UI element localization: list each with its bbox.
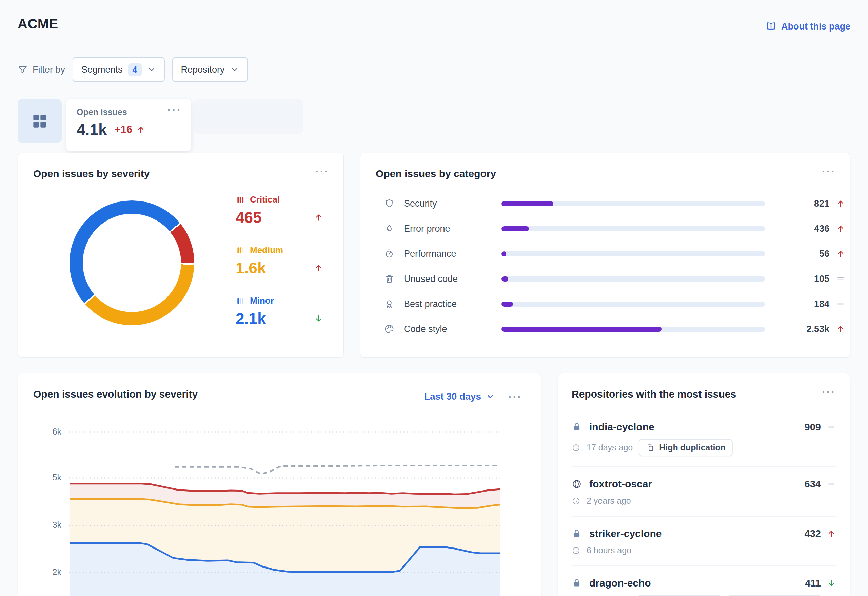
severity-value: 2.1k [236,309,266,328]
trend-up-icon [835,324,846,334]
y-axis-tick: 2k [53,567,62,577]
open-issues-by-category-card: Open issues by category ··· Security821E… [360,153,850,358]
more-menu-icon[interactable]: ··· [315,166,329,177]
trend-up-icon [136,124,146,135]
copy-icon [646,443,655,452]
severity-label-text: Minor [250,296,274,306]
severity-label-text: Critical [250,194,280,205]
category-bar-track [502,277,765,281]
repo-last-updated: 2 years ago [587,496,631,506]
repo-row[interactable]: striker-cyclone4326 hours ago [572,516,837,565]
repo-issue-count: 909 [805,421,821,433]
repository-filter-dropdown[interactable]: Repository [172,57,248,82]
repositories-most-issues-card: Repositories with the most issues ··· in… [558,373,850,596]
about-this-page-link[interactable]: About this page [766,21,850,32]
next-metric-card-peek [194,99,303,134]
severity-legend-item: Critical465 [236,194,324,230]
repo-name[interactable]: striker-cyclone [589,528,661,539]
metric-delta: +16 [115,123,146,136]
category-row: Unused code105 [360,266,850,291]
y-axis-tick: 6k [53,427,62,436]
trend-up-icon [826,528,837,539]
severity-value: 1.6k [236,259,266,277]
category-row: Performance56 [360,241,850,266]
threshold-dashed-line [175,466,500,474]
overview-grid-tile[interactable] [18,99,62,143]
repo-row[interactable]: foxtrot-oscar6342 years ago [572,466,837,516]
card-title: Open issues by category [376,168,496,179]
metric-value: 4.1k [77,120,107,139]
severity-legend-label: Medium [236,245,324,256]
lock-icon [572,528,582,539]
y-axis-tick: 5k [53,473,62,482]
category-bar-list: Security821Error prone436Performance56Un… [360,191,850,342]
category-value: 184 [778,299,830,309]
card-title: Repositories with the most issues [572,388,736,400]
segments-label: Segments [81,64,123,75]
chevron-down-icon [486,392,495,401]
more-menu-icon[interactable]: ··· [508,391,522,402]
about-this-page-label: About this page [781,21,850,32]
trend-up-icon [835,198,846,209]
severity-donut-chart [69,201,194,325]
card-title: Open issues evolution by severity [33,388,198,400]
clock-icon [572,546,580,555]
severity-legend-item: Medium1.6k [236,245,324,280]
grid-icon [30,112,49,131]
category-label: Error prone [404,223,502,234]
repo-last-updated: 17 days ago [587,443,633,453]
segments-filter-dropdown[interactable]: Segments 4 [72,57,164,82]
more-menu-icon[interactable]: ··· [822,166,836,177]
trend-flat-icon [826,422,837,432]
page-title: ACME [18,16,58,31]
medal-icon [384,299,395,309]
category-row: Security821 [360,191,850,216]
lock-icon [572,422,582,432]
repo-name[interactable]: dragon-echo [589,577,651,589]
trend-up-icon [835,223,846,234]
book-icon [766,21,776,32]
trend-flat-icon [835,274,846,284]
repo-name[interactable]: foxtrot-oscar [589,478,652,490]
repo-list: india-cyclone90917 days agoHigh duplicat… [572,410,837,596]
category-bar-track [502,251,765,256]
repo-issue-count: 411 [805,578,821,589]
clock-icon [572,443,580,452]
clock-icon [572,497,580,506]
severity-legend-label: Minor [236,296,324,306]
repo-name[interactable]: india-cyclone [589,421,654,433]
severity-legend: Critical465Medium1.6kMinor2.1k [236,194,324,346]
category-bar-track [502,201,765,206]
repo-issue-count: 634 [805,479,821,490]
filter-by-text: Filter by [32,64,65,75]
category-bar-fill [502,327,661,332]
repo-row[interactable]: dragon-echo4112 hours agoLow coverageHig… [572,565,837,596]
y-axis-tick: 3k [53,520,62,529]
category-bar-fill [502,201,554,206]
trend-up-icon [314,212,324,223]
date-range-dropdown[interactable]: Last 30 days [424,391,495,402]
category-label: Code style [404,324,502,334]
open-issues-by-severity-card: Open issues by severity ··· Critical465M… [18,153,344,358]
severity-minor-icon [236,296,245,305]
metric-label: Open issues [77,107,181,117]
trash-icon [384,274,395,284]
trend-down-icon [314,314,324,324]
more-menu-icon[interactable]: ··· [822,386,836,397]
repo-last-updated: 6 hours ago [587,546,631,555]
category-value: 2.53k [778,324,830,334]
open-issues-evolution-card: 6k5k3k2k Open issues evolution by severi… [18,373,542,596]
trend-down-icon [826,578,837,588]
category-row: Code style2.53k [360,316,850,342]
severity-legend-label: Critical [236,194,324,205]
more-menu-icon[interactable]: ··· [167,104,182,115]
repo-row[interactable]: india-cyclone90917 days agoHigh duplicat… [572,410,837,466]
shield-icon [384,198,395,209]
category-bar-track [502,302,765,307]
stopwatch-icon [384,248,395,259]
chevron-down-icon [230,65,239,74]
open-issues-metric-card[interactable]: ··· Open issues 4.1k +16 [66,99,191,151]
category-label: Performance [404,248,502,259]
category-row: Best practice184 [360,291,850,316]
category-bar-fill [502,302,513,307]
